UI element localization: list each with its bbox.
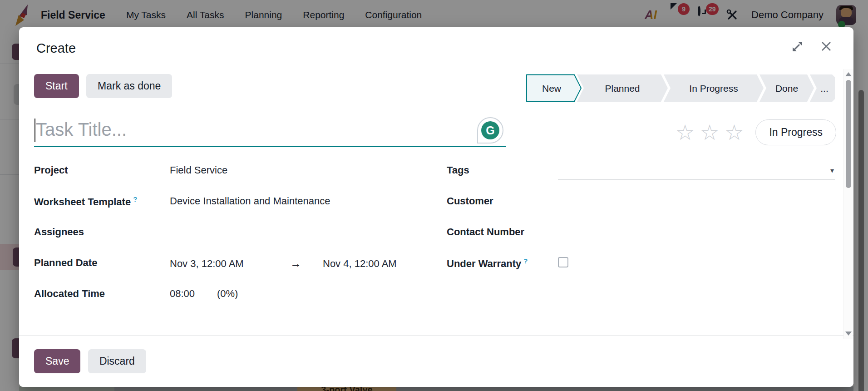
field-contact-number: Contact Number: [447, 224, 835, 245]
field-project: Project Field Service: [34, 163, 422, 183]
project-label: Project: [34, 164, 170, 176]
kanban-state-button[interactable]: In Progress: [755, 119, 836, 145]
under-warranty-checkbox[interactable]: [558, 257, 568, 267]
allocated-time-label: Allocated Time: [34, 288, 170, 300]
planned-date-label: Planned Date: [34, 257, 170, 269]
planned-date-start[interactable]: Nov 3, 12:00 AM: [170, 258, 290, 270]
priority-stars: ☆ ☆ ☆: [676, 122, 744, 143]
close-icon[interactable]: [820, 40, 833, 53]
worksheet-template-value[interactable]: Device Installation and Maintenance: [170, 195, 422, 207]
caret-down-icon[interactable]: ▾: [830, 166, 834, 175]
help-icon[interactable]: ?: [523, 257, 528, 265]
field-allocated-time: Allocated Time 08:00 (0%): [34, 286, 422, 307]
statusbar-row: Start Mark as done New Planned In Progre…: [19, 74, 853, 102]
expand-icon[interactable]: [791, 40, 804, 53]
statusbar-buttons: Start Mark as done: [34, 74, 172, 98]
stage-new[interactable]: New: [527, 75, 581, 102]
tags-label: Tags: [447, 164, 558, 176]
svg-text:Done: Done: [775, 83, 798, 94]
stage-in-progress[interactable]: In Progress: [664, 74, 764, 102]
discard-button[interactable]: Discard: [88, 349, 146, 373]
tags-input[interactable]: ▾: [558, 164, 835, 180]
star-icon[interactable]: ☆: [725, 122, 744, 143]
field-under-warranty: Under Warranty?: [447, 255, 835, 276]
modal-footer: Save Discard: [19, 335, 853, 387]
scroll-up-arrow[interactable]: [845, 72, 852, 76]
field-assignees: Assignees: [34, 224, 422, 245]
text-cursor: [35, 119, 35, 142]
field-customer: Customer: [447, 193, 835, 214]
save-button[interactable]: Save: [34, 349, 80, 373]
help-icon[interactable]: ?: [133, 195, 137, 203]
field-tags: Tags ▾: [447, 163, 835, 183]
start-button[interactable]: Start: [34, 74, 79, 98]
grammarly-icon[interactable]: G: [477, 117, 503, 144]
scroll-down-arrow[interactable]: [845, 332, 852, 336]
stage-done[interactable]: Done: [760, 74, 814, 102]
allocated-time-percent: (0%): [217, 288, 238, 300]
planned-date-end[interactable]: Nov 4, 12:00 AM: [323, 258, 397, 270]
under-warranty-label: Under Warranty?: [447, 257, 558, 270]
svg-text:Planned: Planned: [605, 83, 640, 94]
project-value[interactable]: Field Service: [170, 164, 422, 176]
svg-text:In Progress: In Progress: [689, 83, 738, 94]
worksheet-template-label: Worksheet Template?: [34, 195, 170, 208]
mark-as-done-button[interactable]: Mark as done: [86, 74, 172, 98]
svg-text:...: ...: [820, 83, 829, 94]
star-icon[interactable]: ☆: [700, 122, 719, 143]
contact-number-label: Contact Number: [447, 226, 558, 238]
stage-breadcrumb: New Planned In Progress Done ...: [526, 74, 835, 102]
create-task-modal: Create Start Mark as done New: [19, 27, 853, 387]
allocated-time-value[interactable]: 08:00: [170, 288, 217, 300]
modal-header: Create: [19, 27, 853, 56]
date-arrow-icon: →: [290, 257, 323, 270]
modal-title: Create: [36, 41, 76, 55]
assignees-label: Assignees: [34, 226, 170, 238]
modal-scrollbar: [843, 69, 853, 339]
task-form: Project Field Service Worksheet Template…: [19, 163, 853, 317]
field-worksheet-template: Worksheet Template? Device Installation …: [34, 193, 422, 214]
svg-text:New: New: [542, 83, 562, 94]
field-planned-date: Planned Date Nov 3, 12:00 AM → Nov 4, 12…: [34, 255, 422, 276]
stage-planned[interactable]: Planned: [577, 74, 668, 102]
task-title-row: G ☆ ☆ ☆ In Progress: [19, 119, 853, 147]
star-icon[interactable]: ☆: [676, 122, 695, 143]
customer-label: Customer: [447, 195, 558, 207]
scrollbar-thumb[interactable]: [846, 80, 851, 188]
task-title-input[interactable]: [34, 119, 506, 147]
